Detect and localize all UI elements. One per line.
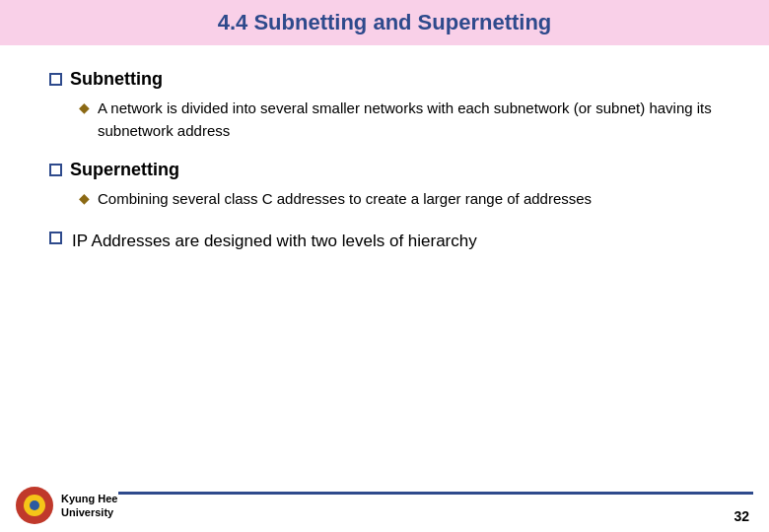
open-square-icon	[49, 232, 62, 244]
supernetting-header: Supernetting	[49, 160, 720, 180]
third-point-text: IP Addresses are designed with two level…	[72, 229, 477, 254]
footer-divider-line	[118, 492, 753, 495]
slide-content: Subnetting ◆ A network is divided into s…	[0, 69, 769, 253]
subnetting-header: Subnetting	[49, 69, 720, 90]
subnetting-bullet-text-1: A network is divided into several smalle…	[98, 98, 720, 142]
logo-inner-circle	[24, 495, 45, 516]
diamond-icon-2: ◆	[79, 190, 90, 206]
third-point-section: IP Addresses are designed with two level…	[49, 229, 720, 254]
footer: Kyung Hee University	[0, 479, 769, 532]
supernetting-section: Supernetting ◆ Combining several class C…	[49, 160, 720, 211]
subnetting-title: Subnetting	[70, 69, 163, 90]
logo-center-dot	[30, 500, 39, 510]
logo-outer-circle	[16, 487, 53, 524]
supernetting-bullet-icon	[49, 164, 62, 176]
slide: 4.4 Subnetting and Supernetting Subnetti…	[0, 0, 769, 532]
supernetting-title: Supernetting	[70, 160, 179, 180]
subnetting-bullet-icon	[49, 73, 62, 86]
title-bar: 4.4 Subnetting and Supernetting	[0, 0, 769, 45]
subnetting-bullet-1: ◆ A network is divided into several smal…	[79, 98, 720, 142]
subnetting-section: Subnetting ◆ A network is divided into s…	[49, 69, 720, 142]
university-name-line2: University	[61, 505, 117, 519]
supernetting-bullet-1: ◆ Combining several class C addresses to…	[79, 188, 720, 211]
slide-title: 4.4 Subnetting and Supernetting	[30, 10, 739, 35]
page-number: 32	[734, 508, 749, 524]
university-name-line1: Kyung Hee	[61, 492, 117, 505]
supernetting-bullet-text-1: Combining several class C addresses to c…	[98, 188, 592, 211]
university-logo: Kyung Hee University	[16, 487, 117, 524]
university-name: Kyung Hee University	[61, 492, 117, 520]
diamond-icon-1: ◆	[79, 100, 90, 115]
